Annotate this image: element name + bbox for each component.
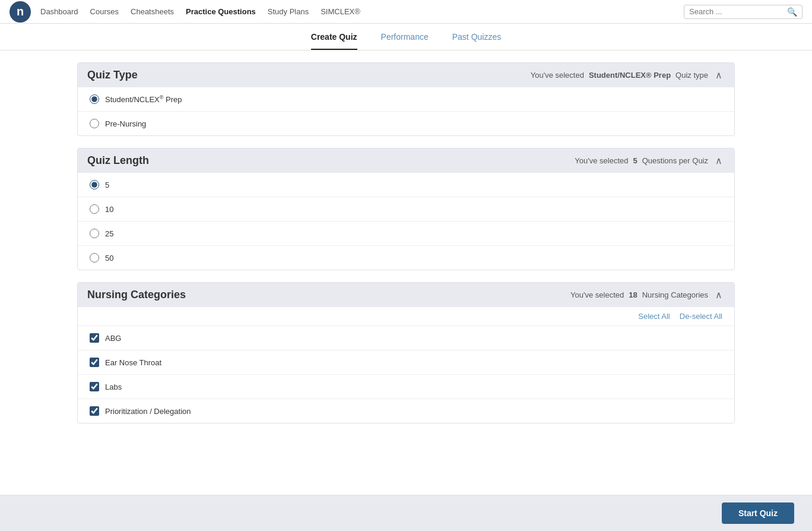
quiz-length-option-5: 5 <box>78 173 734 197</box>
category-labs: Labs <box>78 375 734 399</box>
quiz-length-radio-25[interactable] <box>90 229 99 238</box>
quiz-type-label-student: Student/NCLEX® Prep <box>105 94 182 104</box>
quiz-type-section: Quiz Type You've selected Student/NCLEX®… <box>77 62 735 136</box>
nav-simclex[interactable]: SIMCLEX® <box>321 7 360 16</box>
svg-text:n: n <box>17 5 24 18</box>
logo: n <box>9 1 31 23</box>
navbar: n Dashboard Courses Cheatsheets Practice… <box>0 0 812 24</box>
search-icon-button[interactable]: 🔍 <box>787 7 797 17</box>
quiz-length-radio-10[interactable] <box>90 204 99 214</box>
nav-study-plans[interactable]: Study Plans <box>268 7 309 16</box>
quiz-length-summary-suffix: Questions per Quiz <box>642 156 708 165</box>
select-all-button[interactable]: Select All <box>638 312 670 321</box>
page-tabs: Create Quiz Performance Past Quizzes <box>0 24 812 50</box>
quiz-length-option-25: 25 <box>78 222 734 246</box>
quiz-type-summary-bold: Student/NCLEX® Prep <box>589 71 671 80</box>
quiz-type-summary: You've selected Student/NCLEX® Prep Quiz… <box>531 69 725 81</box>
category-ear-nose-throat: Ear Nose Throat <box>78 350 734 375</box>
quiz-length-label-50: 50 <box>105 254 113 263</box>
quiz-type-radio-prenursing[interactable] <box>90 119 99 128</box>
quiz-type-summary-suffix: Quiz type <box>675 71 708 80</box>
quiz-length-radio-50[interactable] <box>90 253 99 263</box>
quiz-length-header: Quiz Length You've selected 5 Questions … <box>78 148 734 173</box>
category-label-abg: ABG <box>105 334 121 343</box>
nursing-categories-summary-bold: 18 <box>629 290 637 299</box>
nursing-categories-collapse-button[interactable]: ∧ <box>713 289 725 301</box>
category-checkbox-labs[interactable] <box>90 382 99 391</box>
quiz-length-summary: You've selected 5 Questions per Quiz ∧ <box>575 155 725 166</box>
category-checkbox-abg[interactable] <box>90 333 99 343</box>
category-checkbox-ear-nose-throat[interactable] <box>90 358 99 367</box>
quiz-length-section: Quiz Length You've selected 5 Questions … <box>77 148 735 270</box>
quiz-length-summary-prefix: You've selected <box>575 156 628 165</box>
tab-create-quiz[interactable]: Create Quiz <box>311 32 357 50</box>
category-label-ear-nose-throat: Ear Nose Throat <box>105 358 161 367</box>
nav-dashboard[interactable]: Dashboard <box>40 7 78 16</box>
deselect-all-button[interactable]: De-select All <box>680 312 722 321</box>
nav-cheatsheets[interactable]: Cheatsheets <box>131 7 174 16</box>
quiz-length-option-50: 50 <box>78 246 734 270</box>
quiz-type-header: Quiz Type You've selected Student/NCLEX®… <box>78 63 734 87</box>
search-bar: 🔍 <box>684 5 803 19</box>
select-actions-bar: Select All De-select All <box>78 307 734 326</box>
tab-performance[interactable]: Performance <box>381 32 429 50</box>
quiz-length-title: Quiz Length <box>87 154 149 167</box>
nursing-categories-summary-suffix: Nursing Categories <box>642 290 708 299</box>
quiz-length-option-10: 10 <box>78 197 734 222</box>
tab-past-quizzes[interactable]: Past Quizzes <box>452 32 501 50</box>
nav-links: Dashboard Courses Cheatsheets Practice Q… <box>40 7 684 16</box>
quiz-length-collapse-button[interactable]: ∧ <box>713 155 725 166</box>
quiz-type-radio-student[interactable] <box>90 94 99 104</box>
quiz-length-label-10: 10 <box>105 205 113 214</box>
quiz-type-summary-prefix: You've selected <box>531 71 584 80</box>
category-checkbox-prioritization[interactable] <box>90 406 99 416</box>
category-label-prioritization: Prioritization / Delegation <box>105 407 191 416</box>
quiz-length-summary-bold: 5 <box>633 156 637 165</box>
nursing-categories-header: Nursing Categories You've selected 18 Nu… <box>78 283 734 307</box>
quiz-length-label-25: 25 <box>105 229 113 238</box>
quiz-type-collapse-button[interactable]: ∧ <box>713 69 725 81</box>
quiz-type-label-prenursing: Pre-Nursing <box>105 119 146 128</box>
category-abg: ABG <box>78 326 734 350</box>
quiz-type-option-prenursing: Pre-Nursing <box>78 112 734 135</box>
quiz-type-title: Quiz Type <box>87 69 138 81</box>
quiz-length-radio-5[interactable] <box>90 180 99 189</box>
nursing-categories-section: Nursing Categories You've selected 18 Nu… <box>77 282 735 423</box>
search-input[interactable] <box>689 7 787 16</box>
category-label-labs: Labs <box>105 383 122 391</box>
nav-practice-questions[interactable]: Practice Questions <box>186 7 256 16</box>
nursing-categories-title: Nursing Categories <box>87 289 186 301</box>
nursing-categories-summary-prefix: You've selected <box>570 290 624 299</box>
quiz-length-label-5: 5 <box>105 181 109 189</box>
nav-courses[interactable]: Courses <box>90 7 119 16</box>
nursing-categories-summary: You've selected 18 Nursing Categories ∧ <box>570 289 725 301</box>
quiz-type-option-student: Student/NCLEX® Prep <box>78 87 734 112</box>
main-content: Quiz Type You've selected Student/NCLEX®… <box>68 50 744 483</box>
category-prioritization: Prioritization / Delegation <box>78 399 734 423</box>
